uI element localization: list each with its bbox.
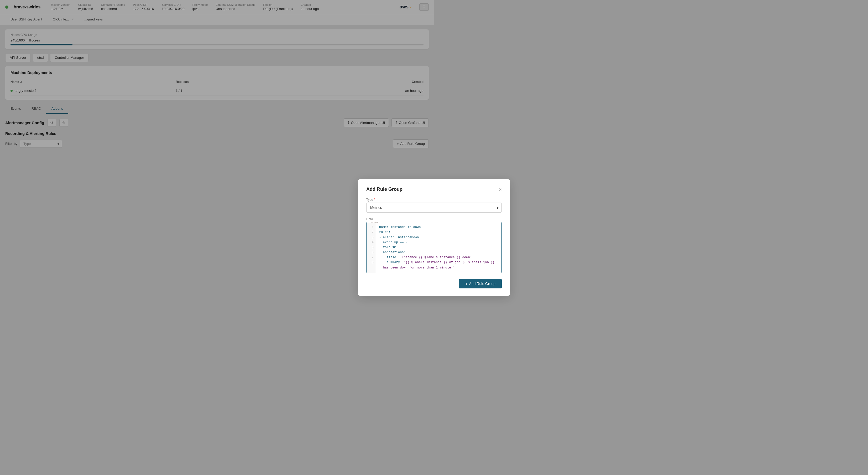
modal-overlay[interactable]: Add Rule Group × Type * Metrics Alerting… <box>0 0 434 238</box>
type-select-wrap: Metrics Alerting Recording <box>366 202 434 213</box>
add-rule-group-modal: Add Rule Group × Type * Metrics Alerting… <box>358 179 434 238</box>
data-form-group: Data YAML 1 2 3 4 5 6 7 8 name: in <box>366 217 434 238</box>
yaml-editor-wrap: YAML 1 2 3 4 5 6 7 8 name: instance-is-d… <box>366 222 434 238</box>
type-select[interactable]: Metrics Alerting Recording <box>366 202 434 213</box>
type-label: Type * <box>366 198 434 201</box>
yaml-line-numbers: 1 2 3 4 5 6 7 8 <box>367 222 376 238</box>
yaml-editor: 1 2 3 4 5 6 7 8 name: instance-is-down r… <box>367 222 434 238</box>
data-label: Data <box>366 217 434 221</box>
yaml-label: YAML <box>370 222 379 223</box>
yaml-code[interactable]: name: instance-is-down rules: - alert: I… <box>376 222 434 238</box>
modal-title: Add Rule Group <box>366 187 402 192</box>
modal-header: Add Rule Group × <box>366 187 434 192</box>
type-required: * <box>374 198 375 201</box>
type-form-group: Type * Metrics Alerting Recording <box>366 198 434 213</box>
